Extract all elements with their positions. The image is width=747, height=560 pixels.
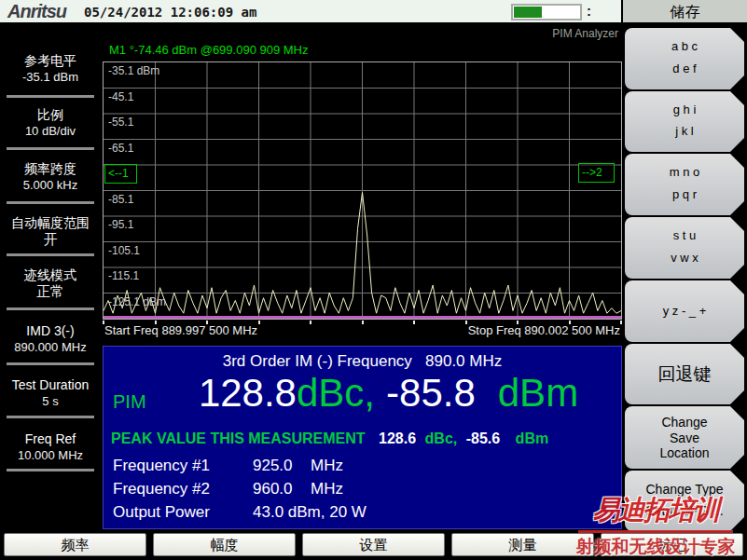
y-axis-tick-label: -65.1 [108, 142, 133, 155]
softkey-stu-vwx[interactable]: s t u v w x [625, 217, 744, 279]
divider [7, 416, 94, 418]
output-power-row: Output Power43.0 dBm, 20 W [113, 503, 367, 522]
pim-label: PIM [113, 391, 146, 413]
y-axis-tick-label: -105.1 [108, 244, 140, 257]
y-axis-tick-label: -125.1 dBm [108, 295, 166, 308]
pim-dbc-value: 128.8 [199, 371, 297, 415]
param-test-duration: Test Duration 5 s [0, 376, 101, 409]
peak-value-row: PEAK VALUE THIS MEASUREMENT 128.6 dBc, -… [111, 430, 548, 447]
peak-dbc-value: 128.6 [379, 430, 416, 446]
tab-measure[interactable]: 测量 [451, 533, 594, 556]
tab-frequency[interactable]: 频率 [4, 533, 146, 556]
divider [7, 95, 94, 98]
pim-dbc-unit: dBc, [297, 371, 375, 415]
instrument-screen: Anritsu 05/24/2012 12:06:09 am : 储存 PIM … [0, 0, 747, 560]
battery-terminal: : [587, 3, 591, 19]
divider [7, 469, 94, 471]
softkey-abc-def[interactable]: a b c d e f [625, 28, 744, 89]
param-imd3: IMD 3(-) 890.000 MHz [0, 322, 101, 355]
frequency-range-row: Start Freq 889.997 500 MHz Stop Freq 890… [104, 323, 620, 338]
result-title: 3rd Order IM (-) Frequency 890.0 MHz [104, 352, 621, 371]
tab-amplitude[interactable]: 幅度 [153, 533, 296, 556]
battery-icon [511, 4, 582, 20]
app-subtitle: PIM Analyzer [552, 27, 618, 40]
peak-label: PEAK VALUE THIS MEASUREMENT [111, 430, 366, 446]
softkey-change-type[interactable]: Change Type Setup/JPG/... [625, 471, 744, 531]
softkey-change-save-location[interactable]: Change Save Location [625, 406, 744, 469]
softkey-menu-title: 储存 [623, 0, 747, 24]
divider [7, 147, 94, 150]
start-freq-label: Start Freq 889.997 500 MHz [104, 323, 257, 337]
divider [7, 362, 94, 365]
peak-dbm-unit: dBm [516, 430, 549, 446]
y-axis-tick-label: -95.1 [108, 218, 133, 231]
divider [7, 201, 94, 204]
marker-readout: M1 °-74.46 dBm @699.090 909 MHz [109, 43, 309, 57]
param-span: 频率跨度 5.000 kHz [0, 160, 101, 193]
anritsu-logo: Anritsu [7, 1, 66, 22]
param-ref-level: 参考电平 -35.1 dBm [0, 52, 101, 85]
battery-fill-level [514, 7, 542, 18]
pim-dbm-value: -85.8 [386, 371, 476, 415]
peak-dbm-value: -85.6 [466, 430, 500, 446]
param-auto-range: 自动幅度范围 开 [0, 214, 101, 247]
tab-setup[interactable]: 设置 [302, 533, 445, 556]
y-axis-tick-label: -85.1 [108, 193, 133, 206]
param-scale: 比例 10 dB/div [0, 106, 101, 139]
y-axis-tick-label: -115.1 [108, 269, 139, 282]
frequency-2-row: Frequency #2960.0MHz [113, 480, 343, 499]
param-freq-ref: Freq Ref 10.000 MHz [0, 430, 101, 463]
stop-freq-label: Stop Freq 890.002 500 MHz [468, 323, 620, 337]
softkey-yz-symbols[interactable]: y z - _ + [625, 280, 744, 342]
param-trace-mode: 迹线模式 正常 [0, 266, 101, 299]
peak-dbc-unit: dBc, [425, 430, 458, 446]
marker-1-flag[interactable]: <--1 [104, 164, 137, 184]
measurement-result-panel: 3rd Order IM (-) Frequency 890.0 MHz PIM… [103, 346, 622, 529]
y-axis-tick-label: -55.1 [108, 116, 133, 129]
y-axis-tick-label: -45.1 [108, 90, 133, 103]
spectrum-trace [104, 62, 621, 319]
tab-marker[interactable]: 标记 [601, 533, 743, 556]
softkey-mno-pqr[interactable]: m n o p q r [625, 154, 744, 215]
pim-value-row: 128.8dBc,-85.8dBm [158, 371, 619, 416]
marker-2-flag[interactable]: -->2 [578, 163, 615, 183]
x-axis-tick [620, 321, 622, 324]
softkey-ghi-jkl[interactable]: g h i j k l [625, 91, 744, 152]
divider [7, 253, 94, 256]
spectrum-chart: -35.1 dBm-45.1-55.1-65.1-85.1-95.1-105.1… [103, 61, 622, 320]
datetime-display: 05/24/2012 12:06:09 am [84, 5, 256, 20]
frequency-1-row: Frequency #1925.0MHz [113, 457, 343, 475]
pim-dbm-unit: dBm [498, 371, 578, 415]
y-axis-tick-label: -35.1 dBm [108, 64, 159, 77]
softkey-backspace[interactable]: 回退键 [625, 344, 744, 404]
divider [7, 307, 94, 310]
top-status-bar: Anritsu 05/24/2012 12:06:09 am [0, 0, 621, 24]
